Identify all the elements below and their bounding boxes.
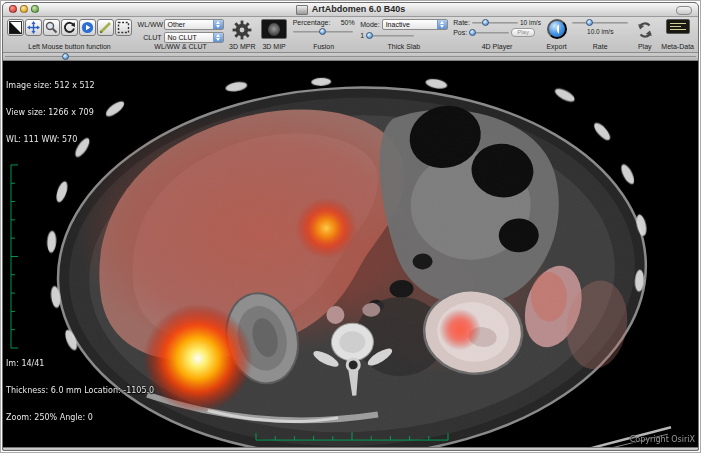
clut-popup[interactable]: No CLUT <box>164 32 224 43</box>
quicktime-export-icon <box>555 21 559 37</box>
thickslab-slider-knob[interactable] <box>366 32 373 39</box>
play-button[interactable] <box>634 19 656 41</box>
window-bottom-bar <box>3 447 698 451</box>
player4d-rate-knob[interactable] <box>482 19 489 26</box>
wlww-label: WL/WW <box>138 21 162 28</box>
overlay-image-index: Im: 14/41 <box>6 359 154 368</box>
dashed-rect-icon <box>117 21 130 34</box>
thickslab-mode-value: Inactive <box>386 21 410 28</box>
clut-popup-value: No CLUT <box>168 34 197 41</box>
popup-stepper-icon <box>437 20 447 29</box>
player4d-play-button[interactable]: Play <box>511 28 535 37</box>
rate-group: 10.0 im/s Rate <box>572 17 628 52</box>
popup-stepper-icon <box>213 33 223 42</box>
clut-label: CLUT <box>138 34 162 41</box>
player4d-pos-slider[interactable] <box>469 29 509 36</box>
overlay-bottom-left: Im: 14/41 Thickness: 6.0 mm Location: -1… <box>6 341 154 440</box>
thick-slab-group: Mode: Inactive 1 Thick Slab <box>360 17 447 52</box>
play-label: Play <box>638 43 652 51</box>
overlay-zoom-angle: Zoom: 250% Angle: 0 <box>6 413 154 422</box>
thickslab-mode-label: Mode: <box>360 21 379 28</box>
export-group: Export <box>546 17 566 52</box>
thickslab-mode-popup[interactable]: Inactive <box>382 19 448 30</box>
image-viewport[interactable]: Image size: 512 x 512 View size: 1266 x … <box>3 61 698 447</box>
thickslab-slices-value: 1 <box>360 32 364 39</box>
fusion-label: Fusion <box>313 43 334 51</box>
browse-tool-button[interactable] <box>79 19 96 36</box>
pencil-measure-icon <box>99 21 112 34</box>
thickslab-label: Thick Slab <box>388 43 421 51</box>
player4d-group: Rate: 10 im/s Pos: Play 4D Player <box>453 17 541 52</box>
popup-stepper-icon <box>213 20 223 29</box>
screenshot-frame: ArtAbdomen 6.0 B40s <box>0 0 701 453</box>
toolbar: Left Mouse button function WL/WW Other C… <box>3 17 698 53</box>
contrast-icon <box>9 21 22 34</box>
rate-label: Rate <box>593 43 608 51</box>
wlww-popup-value: Other <box>168 21 186 28</box>
mip-label: 3D MIP <box>262 43 285 51</box>
player4d-rate-label: Rate: <box>453 19 470 26</box>
pan-tool-button[interactable] <box>25 19 42 36</box>
roi-selection-tool-button[interactable] <box>115 19 132 36</box>
window-title: ArtAbdomen 6.0 B40s <box>312 3 406 16</box>
fusion-slider-knob[interactable] <box>319 28 326 35</box>
mouse-function-group: Left Mouse button function <box>7 17 132 52</box>
overlay-wl-ww: WL: 111 WW: 570 <box>6 135 95 144</box>
image-scroll-slider[interactable] <box>3 53 698 61</box>
mip-thumbnail-icon <box>268 23 280 36</box>
zoom-tool-button[interactable] <box>43 19 60 36</box>
circular-arrows-icon <box>635 20 655 40</box>
mpr-button[interactable] <box>231 19 253 41</box>
mip-button[interactable] <box>261 19 287 39</box>
export-button[interactable] <box>547 19 567 39</box>
scroll-groove <box>5 56 696 57</box>
player4d-pos-knob[interactable] <box>469 29 476 36</box>
play-circle-icon <box>81 21 94 34</box>
title-area: ArtAbdomen 6.0 B40s <box>3 3 698 16</box>
overlay-thickness-location: Thickness: 6.0 mm Location: -1105.0 <box>6 386 154 395</box>
player4d-label: 4D Player <box>482 43 513 51</box>
rotate-icon <box>63 21 76 34</box>
fusion-group: Percentage: 50% Fusion <box>293 17 355 52</box>
titlebar[interactable]: ArtAbdomen 6.0 B40s <box>3 3 698 17</box>
metadata-lines-icon <box>670 23 686 24</box>
overlay-image-size: Image size: 512 x 512 <box>6 81 95 90</box>
mip-group: 3D MIP <box>261 17 287 52</box>
mouse-group-label: Left Mouse button function <box>28 43 111 51</box>
move-arrows-icon <box>27 21 40 34</box>
overlay-view-size: View size: 1266 x 709 <box>6 108 95 117</box>
fusion-percentage-label: Percentage: <box>293 19 331 26</box>
copyright-text: Copyright OsiriX <box>630 435 695 444</box>
fusion-percentage-value: 50% <box>341 19 355 26</box>
rotate-tool-button[interactable] <box>61 19 78 36</box>
wlww-contrast-tool-button[interactable] <box>7 19 24 36</box>
rate-slider[interactable] <box>572 19 628 26</box>
scroll-slider-knob[interactable] <box>62 53 69 60</box>
document-proxy-icon <box>296 5 308 15</box>
player4d-rate-slider[interactable] <box>472 19 518 26</box>
fusion-slider[interactable] <box>293 28 353 35</box>
toolbar-toggle-lozenge[interactable] <box>676 6 692 15</box>
rate-slider-knob[interactable] <box>586 19 593 26</box>
wlww-group-label: WL/WW & CLUT <box>154 43 207 51</box>
measure-tool-button[interactable] <box>97 19 114 36</box>
player4d-pos-label: Pos: <box>453 29 467 36</box>
metadata-group: Meta-Data <box>661 17 694 52</box>
thickslab-slider[interactable] <box>366 32 414 39</box>
overlay-top-left: Image size: 512 x 512 View size: 1266 x … <box>6 63 95 162</box>
wlww-clut-group: WL/WW Other CLUT No CLUT WL/WW & CLUT <box>138 17 224 52</box>
rate-value: 10.0 im/s <box>587 28 613 35</box>
gear-icon <box>232 20 252 40</box>
export-label: Export <box>546 43 566 51</box>
metadata-label: Meta-Data <box>661 43 694 51</box>
play-group: Play <box>634 17 656 52</box>
wlww-popup[interactable]: Other <box>164 19 224 30</box>
player4d-rate-value: 10 im/s <box>520 19 541 26</box>
mpr-group: 3D MPR <box>229 17 255 52</box>
magnifier-icon <box>45 21 58 34</box>
mpr-label: 3D MPR <box>229 43 255 51</box>
osirix-viewer-window: ArtAbdomen 6.0 B40s <box>2 2 699 451</box>
metadata-button[interactable] <box>666 19 690 34</box>
